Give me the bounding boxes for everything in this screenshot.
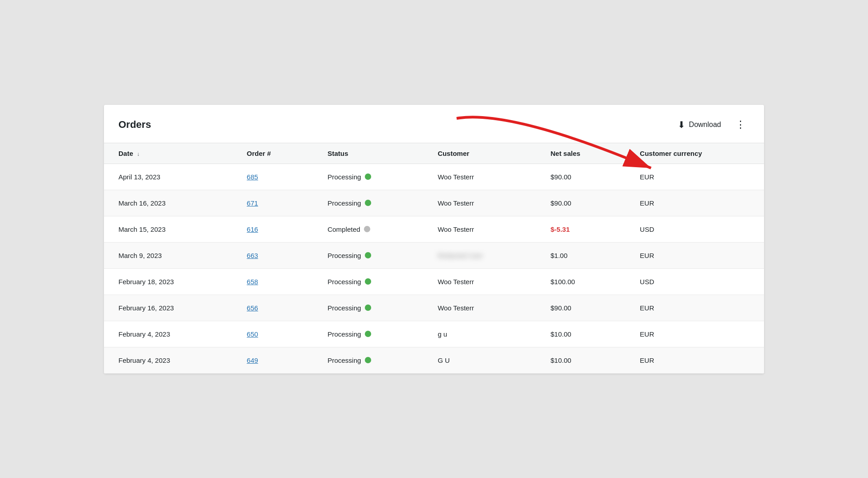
- order-link[interactable]: 650: [247, 330, 258, 338]
- cell-status: Processing: [313, 321, 423, 347]
- cell-order-num: 656: [232, 295, 313, 321]
- cell-net-sales: $-5.31: [536, 216, 626, 242]
- cell-date: March 9, 2023: [104, 242, 232, 268]
- orders-table: Date ↓ Order # Status Customer Net sales…: [104, 143, 764, 374]
- cell-net-sales: $100.00: [536, 268, 626, 295]
- order-link[interactable]: 616: [247, 225, 258, 233]
- cell-order-num: 650: [232, 321, 313, 347]
- status-dot: [365, 331, 371, 337]
- order-link[interactable]: 656: [247, 304, 258, 312]
- cell-date: March 15, 2023: [104, 216, 232, 242]
- cell-customer: Redacted User: [423, 242, 536, 268]
- cell-currency: EUR: [625, 190, 764, 216]
- cell-currency: EUR: [625, 321, 764, 347]
- status-text: Processing: [327, 199, 361, 207]
- cell-customer: Woo Testerr: [423, 190, 536, 216]
- cell-date: April 13, 2023: [104, 164, 232, 190]
- cell-order-num: 649: [232, 347, 313, 373]
- col-status: Status: [313, 143, 423, 164]
- cell-customer: Woo Testerr: [423, 216, 536, 242]
- order-link[interactable]: 663: [247, 252, 258, 259]
- table-row: March 16, 2023671ProcessingWoo Testerr$9…: [104, 190, 764, 216]
- cell-customer: Woo Testerr: [423, 164, 536, 190]
- table-header-row: Date ↓ Order # Status Customer Net sales…: [104, 143, 764, 164]
- cell-order-num: 663: [232, 242, 313, 268]
- col-customer: Customer: [423, 143, 536, 164]
- cell-currency: EUR: [625, 164, 764, 190]
- status-text: Processing: [327, 252, 361, 259]
- status-text: Completed: [327, 225, 360, 233]
- order-link[interactable]: 671: [247, 199, 258, 207]
- cell-net-sales: $10.00: [536, 347, 626, 373]
- table-row: February 4, 2023650Processingg u$10.00EU…: [104, 321, 764, 347]
- col-status-label: Status: [327, 150, 348, 157]
- cell-status: Processing: [313, 295, 423, 321]
- table-row: February 18, 2023658ProcessingWoo Tester…: [104, 268, 764, 295]
- col-net-sales-label: Net sales: [551, 150, 580, 157]
- status-dot: [365, 305, 371, 311]
- cell-date: February 18, 2023: [104, 268, 232, 295]
- table-row: February 16, 2023656ProcessingWoo Tester…: [104, 295, 764, 321]
- status-dot: [364, 226, 370, 232]
- status-dot: [365, 278, 371, 285]
- cell-currency: USD: [625, 268, 764, 295]
- cell-net-sales: $90.00: [536, 295, 626, 321]
- status-dot: [365, 252, 371, 258]
- download-icon: ⬇: [678, 119, 685, 130]
- orders-card: Orders ⬇ Download ⋮ Date ↓ Order # Statu…: [104, 105, 764, 374]
- table-row: February 4, 2023649ProcessingG U$10.00EU…: [104, 347, 764, 373]
- table-row: April 13, 2023685ProcessingWoo Testerr$9…: [104, 164, 764, 190]
- cell-customer: Woo Testerr: [423, 295, 536, 321]
- status-text: Processing: [327, 173, 361, 181]
- status-text: Processing: [327, 356, 361, 364]
- col-currency: Customer currency: [625, 143, 764, 164]
- cell-status: Processing: [313, 242, 423, 268]
- cell-date: February 4, 2023: [104, 321, 232, 347]
- cell-net-sales: $1.00: [536, 242, 626, 268]
- page-title: Orders: [118, 119, 151, 131]
- col-date[interactable]: Date ↓: [104, 143, 232, 164]
- card-header: Orders ⬇ Download ⋮: [104, 105, 764, 143]
- table-row: March 15, 2023616CompletedWoo Testerr$-5…: [104, 216, 764, 242]
- cell-date: March 16, 2023: [104, 190, 232, 216]
- cell-currency: EUR: [625, 242, 764, 268]
- cell-order-num: 685: [232, 164, 313, 190]
- cell-net-sales: $90.00: [536, 164, 626, 190]
- cell-net-sales: $90.00: [536, 190, 626, 216]
- cell-status: Completed: [313, 216, 423, 242]
- more-options-button[interactable]: ⋮: [732, 118, 750, 131]
- status-text: Processing: [327, 304, 361, 312]
- cell-currency: USD: [625, 216, 764, 242]
- col-customer-label: Customer: [438, 150, 469, 157]
- cell-date: February 16, 2023: [104, 295, 232, 321]
- cell-currency: EUR: [625, 347, 764, 373]
- order-link[interactable]: 649: [247, 356, 258, 364]
- cell-customer: g u: [423, 321, 536, 347]
- status-text: Processing: [327, 278, 361, 286]
- col-net-sales: Net sales: [536, 143, 626, 164]
- table-row: March 9, 2023663ProcessingRedacted User$…: [104, 242, 764, 268]
- sort-indicator-date: ↓: [137, 151, 140, 157]
- cell-customer: G U: [423, 347, 536, 373]
- cell-status: Processing: [313, 268, 423, 295]
- col-currency-label: Customer currency: [640, 150, 702, 157]
- cell-net-sales: $10.00: [536, 321, 626, 347]
- download-label: Download: [689, 121, 721, 129]
- cell-status: Processing: [313, 347, 423, 373]
- download-button[interactable]: ⬇ Download: [672, 116, 726, 134]
- order-link[interactable]: 685: [247, 173, 258, 181]
- cell-order-num: 671: [232, 190, 313, 216]
- status-dot: [365, 357, 371, 363]
- order-link[interactable]: 658: [247, 278, 258, 286]
- cell-status: Processing: [313, 164, 423, 190]
- cell-customer: Woo Testerr: [423, 268, 536, 295]
- cell-date: February 4, 2023: [104, 347, 232, 373]
- cell-order-num: 616: [232, 216, 313, 242]
- cell-status: Processing: [313, 190, 423, 216]
- status-dot: [365, 173, 371, 180]
- header-actions: ⬇ Download ⋮: [672, 116, 750, 134]
- cell-order-num: 658: [232, 268, 313, 295]
- col-order-num-label: Order #: [247, 150, 271, 157]
- status-text: Processing: [327, 330, 361, 338]
- col-order-num: Order #: [232, 143, 313, 164]
